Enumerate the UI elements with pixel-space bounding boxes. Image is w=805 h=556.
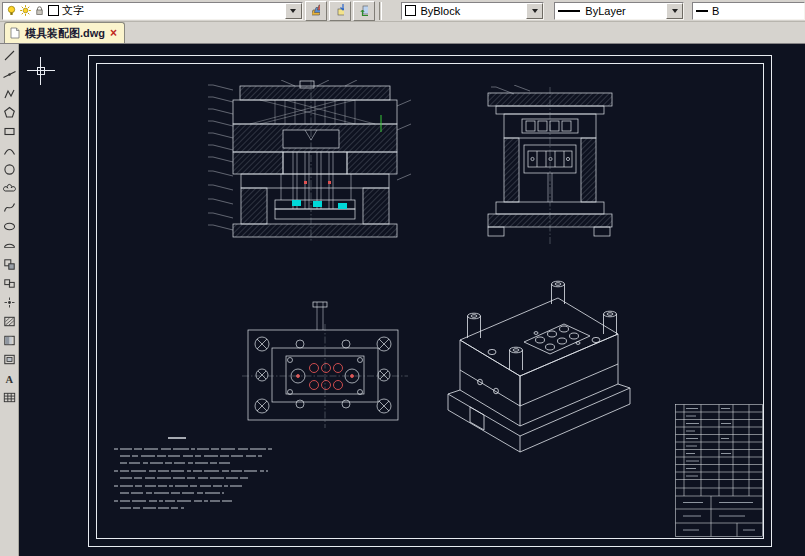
notes-text-lines <box>114 449 272 508</box>
autocad-window: 文字 ByBlock <box>0 0 805 556</box>
layer-previous-icon <box>360 4 368 17</box>
make-object-layer-current-button[interactable] <box>329 1 351 21</box>
revision-cloud-tool[interactable] <box>1 179 18 198</box>
svg-text:A: A <box>5 374 13 385</box>
current-layer-name: 文字 <box>62 3 84 18</box>
layer-previous-button[interactable] <box>353 1 375 21</box>
lineweight-control-dropdown[interactable]: B <box>692 2 805 20</box>
guide-pillars <box>468 281 617 370</box>
tab-drawing-file[interactable]: 模具装配图.dwg × <box>4 22 125 43</box>
pickbox-cursor <box>37 67 45 75</box>
hatch-tool[interactable] <box>1 312 18 331</box>
color-dropdown-arrow[interactable] <box>526 3 543 19</box>
plan-view <box>240 300 410 446</box>
color-swatch <box>405 5 416 16</box>
layer-dropdown-arrow[interactable] <box>285 3 302 19</box>
dwg-file-icon <box>10 27 20 39</box>
corner-screws <box>255 337 391 413</box>
sun-icon[interactable] <box>20 5 31 16</box>
side-view <box>470 85 630 251</box>
make-block-tool[interactable] <box>1 274 18 293</box>
tab-close-icon[interactable]: × <box>110 28 117 38</box>
linetype-control-dropdown[interactable]: ByLayer <box>554 2 684 20</box>
red-marks <box>304 181 331 184</box>
toolbar-separator <box>379 2 383 20</box>
insert-block-tool[interactable] <box>1 255 18 274</box>
drawing-tabbar: 模具装配图.dwg × <box>0 22 805 44</box>
linetype-sample <box>558 10 580 12</box>
properties-toolbar: 文字 ByBlock <box>0 0 805 22</box>
chevron-down-icon <box>290 9 296 13</box>
region-tool[interactable] <box>1 350 18 369</box>
lock-icon[interactable] <box>34 5 45 16</box>
circle-tool[interactable] <box>1 160 18 179</box>
point-tool[interactable] <box>1 293 18 312</box>
color-control-dropdown[interactable]: ByBlock <box>401 2 544 20</box>
rectangle-tool[interactable] <box>1 122 18 141</box>
front-section-view <box>205 80 417 256</box>
isometric-view <box>440 278 636 478</box>
spline-tool[interactable] <box>1 198 18 217</box>
linetype-dropdown-arrow[interactable] <box>666 3 683 19</box>
lineweight-sample <box>696 10 708 12</box>
polygon-tool[interactable] <box>1 103 18 122</box>
draw-toolbar: A <box>0 44 19 556</box>
multiline-text-tool[interactable]: A <box>1 369 18 388</box>
technical-notes <box>112 435 282 513</box>
color-value: ByBlock <box>420 5 460 17</box>
title-block <box>675 404 763 537</box>
layers-icon <box>312 4 320 17</box>
polyline-tool[interactable] <box>1 84 18 103</box>
layer-properties-button[interactable] <box>305 1 327 21</box>
drawing-canvas[interactable] <box>19 44 805 556</box>
linetype-value: ByLayer <box>585 5 625 17</box>
table-tool[interactable] <box>1 388 18 407</box>
line-tool[interactable] <box>1 46 18 65</box>
tab-label: 模具装配图.dwg <box>25 26 105 41</box>
layer-color-swatch <box>48 5 59 16</box>
bulb-icon[interactable] <box>6 5 17 16</box>
layer-control-dropdown[interactable]: 文字 <box>2 2 303 20</box>
ellipse-tool[interactable] <box>1 217 18 236</box>
lineweight-value: B <box>712 5 719 17</box>
chevron-down-icon <box>672 9 678 13</box>
construction-line-tool[interactable] <box>1 65 18 84</box>
gradient-tool[interactable] <box>1 331 18 350</box>
layer-current-icon <box>336 4 344 17</box>
chevron-down-icon <box>532 9 538 13</box>
cyan-highlights <box>292 200 347 209</box>
ellipse-arc-tool[interactable] <box>1 236 18 255</box>
arc-tool[interactable] <box>1 141 18 160</box>
